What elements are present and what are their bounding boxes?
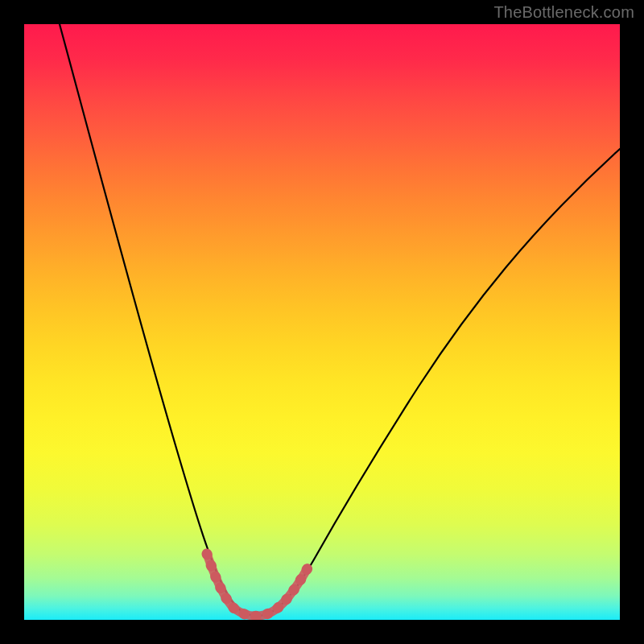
plot-area [24, 24, 620, 620]
bottleneck-curve [60, 24, 620, 616]
highlight-segment-fill [207, 554, 308, 616]
curve-layer [24, 24, 620, 620]
chart-frame: TheBottleneck.com [0, 0, 644, 644]
watermark-text: TheBottleneck.com [493, 3, 634, 22]
